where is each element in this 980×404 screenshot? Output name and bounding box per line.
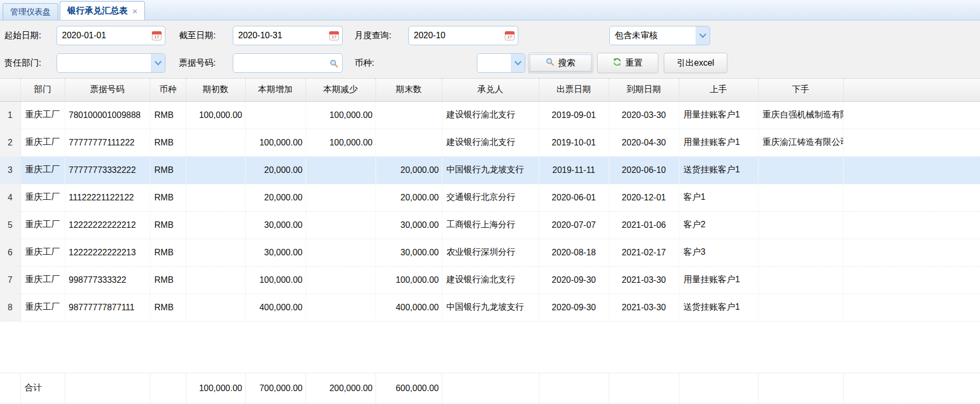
cell-currency: RMB — [150, 266, 186, 294]
cell-filler — [843, 211, 980, 239]
cell-opening — [186, 156, 245, 184]
cell-increase — [245, 101, 305, 129]
cell-bill: 11122221122122 — [65, 184, 150, 211]
table-row[interactable]: 4 重庆工厂 11122221122122 RMB 20,000.00 20,0… — [0, 184, 980, 211]
cell-opening — [186, 266, 245, 294]
cell-dept: 重庆工厂 — [20, 156, 65, 184]
cell-issue-date: 2019-11-11 — [539, 156, 609, 184]
summary-due-cell — [609, 373, 679, 403]
reset-button[interactable]: 重置 — [597, 53, 658, 73]
table-row[interactable]: 1 重庆工厂 780100001009888 RMB 100,000.00 10… — [0, 101, 980, 129]
col-header-currency[interactable]: 币种 — [150, 79, 186, 101]
start-date-field — [57, 26, 165, 45]
cell-acceptor: 交通银行北京分行 — [442, 184, 539, 211]
summary-prev-cell — [679, 373, 758, 403]
cell-prev-holder: 用量挂账客户1 — [679, 266, 758, 294]
cell-prev-holder: 用量挂账客户1 — [679, 101, 758, 129]
cell-rownum: 8 — [0, 294, 20, 321]
currency-label: 币种: — [355, 53, 374, 73]
cell-ending: 20,000.00 — [376, 156, 442, 184]
start-date-label: 起始日期: — [4, 26, 41, 45]
col-header-increase[interactable]: 本期增加 — [245, 79, 305, 101]
summary-row-container: 合计 100,000.00 700,000.00 200,000.00 600,… — [0, 373, 980, 403]
month-query-input[interactable] — [409, 27, 505, 44]
cell-decrease: 100,000.00 — [305, 101, 376, 129]
dept-select[interactable] — [57, 53, 165, 73]
end-date-input[interactable] — [233, 27, 329, 44]
cell-rownum: 7 — [0, 266, 20, 294]
cell-currency: RMB — [150, 239, 186, 266]
cell-bill: 77777777111222 — [65, 129, 150, 156]
cell-opening — [186, 211, 245, 239]
col-header-next-holder[interactable]: 下手 — [758, 79, 843, 101]
cell-filler — [843, 129, 980, 156]
bill-number-field — [233, 53, 343, 73]
table-row[interactable]: 7 重庆工厂 998777333322 RMB 100,000.00 100,0… — [0, 266, 980, 294]
col-header-opening[interactable]: 期初数 — [186, 79, 245, 101]
chevron-down-icon — [511, 54, 525, 72]
col-header-decrease[interactable]: 本期减少 — [305, 79, 376, 101]
cell-increase: 400,000.00 — [245, 294, 305, 321]
cell-next-holder — [758, 184, 843, 211]
cell-acceptor: 农业银行深圳分行 — [442, 239, 539, 266]
export-excel-button[interactable]: 引出excel — [664, 53, 727, 73]
cell-currency: RMB — [150, 294, 186, 321]
tab-bank-acceptance-summary[interactable]: 银行承兑汇总表 × — [60, 1, 145, 20]
close-icon[interactable]: × — [133, 7, 137, 15]
cell-acceptor: 中国银行九龙坡支行 — [442, 156, 539, 184]
cell-currency: RMB — [150, 129, 186, 156]
summary-currency-cell — [150, 373, 186, 403]
cell-decrease — [305, 184, 376, 211]
cell-currency: RMB — [150, 101, 186, 129]
table-row[interactable]: 6 重庆工厂 12222222222213 RMB 30,000.00 30,0… — [0, 239, 980, 266]
cell-decrease — [305, 266, 376, 294]
col-header-acceptor[interactable]: 承兑人 — [442, 79, 539, 101]
cell-rownum: 1 — [0, 101, 20, 129]
cell-next-holder — [758, 294, 843, 321]
calendar-icon[interactable] — [329, 31, 339, 40]
col-header-due-date[interactable]: 到期日期 — [609, 79, 679, 101]
table-row[interactable]: 2 重庆工厂 77777777111222 RMB 100,000.00 100… — [0, 129, 980, 156]
cell-issue-date: 2020-07-07 — [539, 211, 609, 239]
calendar-icon[interactable] — [505, 31, 515, 40]
calendar-icon[interactable] — [152, 31, 162, 40]
audit-status-select[interactable]: 包含未审核 — [609, 26, 710, 45]
summary-row: 合计 100,000.00 700,000.00 200,000.00 600,… — [0, 373, 980, 403]
cell-ending: 400,000.00 — [376, 294, 442, 321]
col-header-issue-date[interactable]: 出票日期 — [539, 79, 609, 101]
cell-dept: 重庆工厂 — [20, 184, 65, 211]
col-header-bill-number[interactable]: 票据号码 — [65, 79, 150, 101]
table-row[interactable]: 8 重庆工厂 98777777877111 RMB 400,000.00 400… — [0, 294, 980, 321]
month-query-field — [408, 26, 518, 45]
cell-next-holder — [758, 156, 843, 184]
tab-management-dashboard[interactable]: 管理仪表盘 — [3, 3, 58, 20]
currency-select[interactable] — [477, 53, 525, 73]
table-row[interactable]: 5 重庆工厂 12222222222212 RMB 30,000.00 30,0… — [0, 211, 980, 239]
cell-bill: 780100001009888 — [65, 101, 150, 129]
summary-next-cell — [758, 373, 843, 403]
grid-header-row: 部门 票据号码 币种 期初数 本期增加 本期减少 期末数 承兑人 出票日期 到期… — [0, 79, 980, 101]
cell-currency: RMB — [150, 211, 186, 239]
table-row-selected[interactable]: 3 重庆工厂 77777773332222 RMB 20,000.00 20,0… — [0, 156, 980, 184]
summary-rownum-cell — [0, 373, 20, 403]
cell-issue-date: 2020-06-01 — [539, 184, 609, 211]
summary-decrease: 200,000.00 — [305, 373, 376, 403]
cell-bill: 98777777877111 — [65, 294, 150, 321]
cell-opening — [186, 129, 245, 156]
search-button[interactable]: 搜索 — [528, 53, 593, 73]
bill-number-input[interactable] — [233, 54, 342, 72]
cell-due-date: 2021-03-30 — [609, 294, 679, 321]
cell-prev-holder: 客户1 — [679, 184, 758, 211]
cell-increase: 30,000.00 — [245, 211, 305, 239]
col-header-dept[interactable]: 部门 — [20, 79, 65, 101]
start-date-input[interactable] — [57, 27, 152, 44]
cell-decrease — [305, 239, 376, 266]
cell-prev-holder: 用量挂账客户1 — [679, 129, 758, 156]
bill-number-label: 票据号码: — [179, 53, 216, 73]
cell-ending: 20,000.00 — [376, 184, 442, 211]
search-icon[interactable] — [330, 59, 338, 70]
cell-acceptor: 工商银行上海分行 — [442, 211, 539, 239]
col-header-prev-holder[interactable]: 上手 — [679, 79, 758, 101]
col-header-ending[interactable]: 期末数 — [376, 79, 442, 101]
end-date-field — [233, 26, 343, 45]
